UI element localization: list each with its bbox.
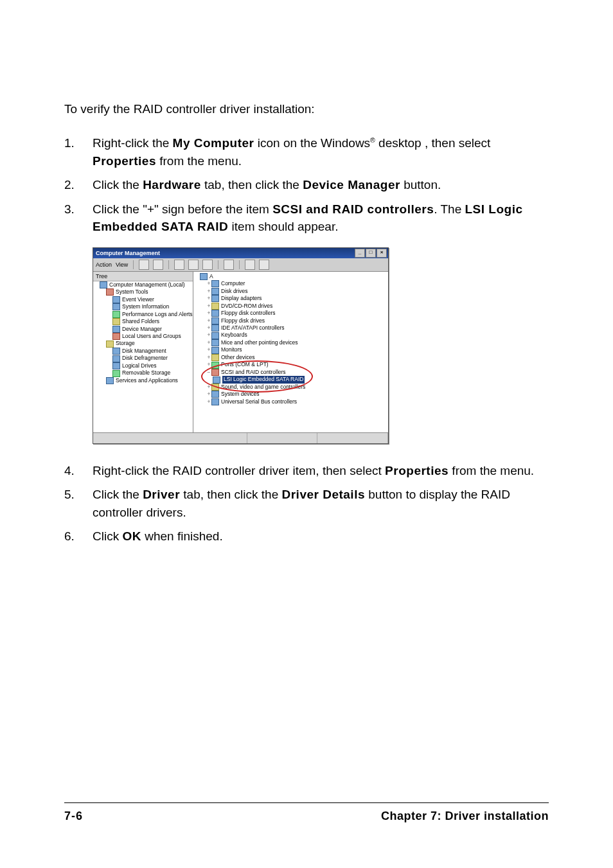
tree-icon xyxy=(100,281,107,288)
close-button[interactable]: × xyxy=(377,249,387,258)
registered-mark: ® xyxy=(370,137,375,144)
chapter-title: Chapter 7: Driver installation xyxy=(381,810,549,823)
expand-icon[interactable]: − xyxy=(206,369,211,376)
tree-icon xyxy=(112,326,120,333)
bold-term: SCSI and RAID controllers xyxy=(272,202,434,216)
expand-icon[interactable]: + xyxy=(206,339,211,346)
tree-item[interactable]: Removable Storage xyxy=(122,369,170,376)
tree-item[interactable]: System Information xyxy=(122,303,169,310)
tree-item[interactable]: Disk Defragmenter xyxy=(122,355,168,361)
device-item-selected[interactable]: LSI Logic Embedded SATA RAID xyxy=(222,376,305,383)
device-item[interactable]: SCSI and RAID controllers xyxy=(221,369,286,375)
toolbar-icon[interactable] xyxy=(245,260,255,270)
expand-icon[interactable]: + xyxy=(206,384,211,391)
tree-icon xyxy=(112,296,120,303)
device-item[interactable]: Keyboards xyxy=(221,332,247,338)
bold-term: Driver xyxy=(143,488,180,501)
expand-icon[interactable]: + xyxy=(206,346,211,353)
tree-item[interactable]: Disk Management xyxy=(122,348,166,354)
toolbar-separator xyxy=(168,260,169,269)
device-item[interactable]: IDE ATA/ATAPI controllers xyxy=(221,324,285,331)
device-icon xyxy=(213,376,220,384)
device-tree[interactable]: A +Computer +Disk drives +Display adapte… xyxy=(193,273,388,405)
tree-icon xyxy=(106,341,114,348)
step-number: 2. xyxy=(64,176,93,194)
intro-text: To verify the RAID controller driver ins… xyxy=(64,102,549,116)
tree-item[interactable]: Performance Logs and Alerts xyxy=(122,311,193,317)
device-item[interactable]: Floppy disk drives xyxy=(221,317,265,324)
device-item[interactable]: Monitors xyxy=(221,346,242,353)
step-number: 1. xyxy=(64,134,93,170)
device-item[interactable]: Disk drives xyxy=(221,288,248,294)
expand-icon[interactable]: + xyxy=(206,303,211,310)
toolbar-icon[interactable] xyxy=(153,260,163,270)
device-icon xyxy=(211,369,219,376)
expand-icon[interactable]: + xyxy=(206,288,211,295)
tree-icon xyxy=(112,333,120,340)
tree-item[interactable]: Local Users and Groups xyxy=(122,333,181,339)
device-item[interactable]: Display adapters xyxy=(221,295,262,301)
text: . The xyxy=(434,202,465,216)
toolbar-icon[interactable] xyxy=(202,260,213,270)
tree-item[interactable]: Logical Drives xyxy=(122,362,156,369)
page-number: 7-6 xyxy=(64,810,83,823)
device-icon xyxy=(211,317,219,324)
expand-icon[interactable]: + xyxy=(206,391,211,398)
text: Click the xyxy=(93,488,143,501)
menu-action[interactable]: Action xyxy=(96,261,112,268)
management-tree[interactable]: Computer Management (Local) System Tools… xyxy=(93,281,193,385)
tree-item[interactable]: Services and Applications xyxy=(116,377,178,384)
tree-root[interactable]: A xyxy=(209,273,213,279)
expand-icon[interactable]: + xyxy=(206,280,211,287)
device-item[interactable]: Other devices xyxy=(221,354,254,360)
device-item[interactable]: Ports (COM & LPT) xyxy=(221,361,269,368)
bold-term: OK xyxy=(122,529,141,543)
toolbar-icon[interactable] xyxy=(259,260,269,270)
expand-icon[interactable]: + xyxy=(206,332,211,339)
tree-item[interactable]: Storage xyxy=(116,340,135,346)
tree-item[interactable]: System Tools xyxy=(116,288,148,295)
text: button. xyxy=(400,178,441,191)
step-number: 6. xyxy=(64,527,93,545)
step-body: Click the Hardware tab, then click the D… xyxy=(93,176,549,194)
menu-view[interactable]: View xyxy=(116,261,128,268)
expand-icon[interactable]: + xyxy=(206,354,211,361)
right-pane: A +Computer +Disk drives +Display adapte… xyxy=(193,272,388,432)
step-number: 4. xyxy=(64,462,93,480)
tree-item[interactable]: Shared Folders xyxy=(122,318,159,324)
toolbar-icon[interactable] xyxy=(188,260,199,270)
device-item[interactable]: Sound, video and game controllers xyxy=(221,384,305,390)
status-cell xyxy=(317,433,388,443)
minimize-button[interactable]: _ xyxy=(355,249,365,258)
toolbar-icon[interactable] xyxy=(174,260,184,270)
expand-icon[interactable]: + xyxy=(206,398,211,405)
device-item[interactable]: Mice and other pointing devices xyxy=(221,339,298,346)
device-item[interactable]: Universal Serial Bus controllers xyxy=(221,398,297,405)
expand-icon[interactable]: + xyxy=(206,361,211,368)
text: Click xyxy=(93,529,122,543)
tree-item[interactable]: Computer Management (Local) xyxy=(109,281,185,288)
device-icon xyxy=(211,288,219,295)
toolbar-separator xyxy=(133,260,134,269)
expand-icon[interactable]: + xyxy=(206,317,211,324)
device-item[interactable]: Computer xyxy=(221,280,245,287)
steps-list: 1. Right-click the My Computer icon on t… xyxy=(64,134,549,236)
screenshot-figure: Computer Management _ □ × Action View xyxy=(93,247,549,444)
expand-icon[interactable]: + xyxy=(206,324,211,332)
toolbar-icon[interactable] xyxy=(139,260,149,270)
expand-icon[interactable]: + xyxy=(206,310,211,317)
device-icon xyxy=(211,295,219,302)
toolbar-icon[interactable] xyxy=(224,260,234,270)
tree-item[interactable]: Event Viewer xyxy=(122,296,154,303)
device-icon xyxy=(211,310,219,317)
text: Click the xyxy=(93,178,143,191)
tree-tab[interactable]: Tree xyxy=(93,272,193,281)
device-icon xyxy=(211,303,219,310)
tree-item[interactable]: Device Manager xyxy=(122,326,162,332)
device-item[interactable]: DVD/CD-ROM drives xyxy=(221,303,272,309)
device-item[interactable]: Floppy disk controllers xyxy=(221,310,276,316)
device-icon xyxy=(211,391,219,398)
maximize-button[interactable]: □ xyxy=(366,249,376,258)
device-item[interactable]: System devices xyxy=(221,391,260,397)
expand-icon[interactable]: + xyxy=(206,295,211,302)
